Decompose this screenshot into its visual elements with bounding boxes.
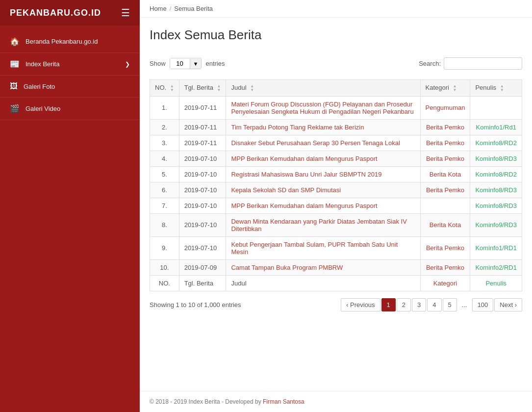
table-row: 6.2019-07-10Kepala Sekolah SD dan SMP Di…	[150, 182, 522, 198]
footer-col-no: NO.	[150, 275, 179, 291]
pagination-page-5[interactable]: 5	[443, 298, 457, 311]
cell-date-2: 2019-07-11	[179, 135, 226, 151]
page-content: Index Semua Berita Show 10 ▼ entries Sea…	[140, 18, 532, 391]
cell-no-0: 1.	[150, 96, 179, 119]
cell-author-8: Kominfo1/RD1	[470, 236, 522, 259]
entries-dropdown-btn[interactable]: ▼	[190, 59, 202, 69]
cell-date-7: 2019-07-10	[179, 213, 226, 236]
pagination-page-1[interactable]: 1	[381, 298, 396, 311]
pagination-ellipsis: ...	[458, 299, 471, 311]
cell-no-4: 5.	[150, 166, 179, 182]
sidebar-item-label-index-berita: Index Berita	[25, 60, 59, 68]
col-category[interactable]: Kategori ▲▼	[420, 80, 470, 97]
cell-no-1: 2.	[150, 119, 179, 135]
table-header-row: NO. ▲▼ Tgl. Berita ▲▼ Judul ▲▼ Kategori …	[150, 80, 522, 97]
sidebar-logo: PEKANBARU.GO.ID	[10, 8, 101, 18]
title-link-6[interactable]: MPP Berikan Kemudahan dalam Mengurus Pas…	[231, 202, 377, 209]
galeri-foto-icon: 🖼	[10, 82, 18, 91]
cell-title-7: Dewan Minta Kendaraan yang Parkir Diatas…	[226, 213, 420, 236]
main-footer: © 2018 - 2019 Index Berita - Developed b…	[140, 391, 532, 412]
table-row: 1.2019-07-11Materi Forum Group Discussio…	[150, 96, 522, 119]
sort-icon-date: ▲▼	[217, 84, 221, 92]
sidebar-item-beranda[interactable]: 🏠Beranda Pekanbaru.go.id	[0, 30, 140, 53]
title-link-0[interactable]: Materi Forum Group Discussion (FGD) Pela…	[231, 101, 413, 115]
cell-category-2: Berita Pemko	[420, 135, 470, 151]
pagination-page-100[interactable]: 100	[472, 298, 494, 311]
showing-text: Showing 1 to 10 of 1,000 entries	[150, 301, 241, 309]
breadcrumb-home[interactable]: Home	[150, 5, 167, 12]
table-footer: Showing 1 to 10 of 1,000 entries ‹ Previ…	[150, 291, 522, 313]
table-row: 3.2019-07-11Disnaker Sebut Perusahaan Se…	[150, 135, 522, 151]
cell-title-4: Registrasi Mahasiswa Baru Unri Jalur SBM…	[226, 166, 420, 182]
title-link-2[interactable]: Disnaker Sebut Perusahaan Serap 30 Perse…	[231, 139, 400, 147]
title-link-3[interactable]: MPP Berikan Kemudahan dalam Mengurus Pas…	[231, 155, 377, 162]
cell-author-7: Kominfo9/RD3	[470, 213, 522, 236]
cell-no-2: 3.	[150, 135, 179, 151]
entries-select[interactable]: 10 ▼	[170, 58, 202, 69]
title-link-7[interactable]: Dewan Minta Kendaraan yang Parkir Diatas…	[231, 218, 406, 232]
col-no[interactable]: NO. ▲▼	[150, 80, 179, 97]
cell-title-6: MPP Berikan Kemudahan dalam Mengurus Pas…	[226, 198, 420, 213]
cell-category-7: Berita Kota	[420, 213, 470, 236]
sidebar-nav: 🏠Beranda Pekanbaru.go.id📰Index Berita❯🖼G…	[0, 30, 140, 120]
cell-category-6	[420, 198, 470, 213]
title-link-5[interactable]: Kepala Sekolah SD dan SMP Dimutasi	[231, 186, 341, 194]
sidebar-item-label-galeri-video: Galeri Video	[25, 105, 60, 112]
cell-author-5: Kominfo8/RD3	[470, 182, 522, 198]
cell-no-5: 6.	[150, 182, 179, 198]
table-row: 10.2019-07-09Camat Tampan Buka Program P…	[150, 259, 522, 275]
sidebar-header: PEKANBARU.GO.ID ☰	[0, 0, 140, 26]
entries-input[interactable]: 10	[170, 58, 190, 69]
cell-author-6: Kominfo8/RD3	[470, 198, 522, 213]
cell-title-5: Kepala Sekolah SD dan SMP Dimutasi	[226, 182, 420, 198]
cell-author-1: Kominfo1/Rd1	[470, 119, 522, 135]
cell-title-0: Materi Forum Group Discussion (FGD) Pela…	[226, 96, 420, 119]
hamburger-icon[interactable]: ☰	[121, 7, 130, 19]
pagination: ‹ Previous12345...100Next ›	[341, 298, 522, 311]
page-title: Index Semua Berita	[150, 27, 522, 43]
col-title[interactable]: Judul ▲▼	[226, 80, 420, 97]
pagination-page-2[interactable]: 2	[397, 298, 411, 311]
cell-title-9: Camat Tampan Buka Program PMBRW	[226, 259, 420, 275]
cell-title-8: Kebut Pengerjaan Tambal Sulam, PUPR Tamb…	[226, 236, 420, 259]
pagination-prev[interactable]: ‹ Previous	[341, 298, 380, 311]
col-date[interactable]: Tgl. Berita ▲▼	[179, 80, 226, 97]
cell-title-1: Tim Terpadu Potong Tiang Reklame tak Ber…	[226, 119, 420, 135]
sidebar-item-index-berita[interactable]: 📰Index Berita❯	[0, 53, 140, 76]
data-table: NO. ▲▼ Tgl. Berita ▲▼ Judul ▲▼ Kategori …	[150, 79, 522, 291]
cell-date-6: 2019-07-10	[179, 198, 226, 213]
table-row: 2.2019-07-11Tim Terpadu Potong Tiang Rek…	[150, 119, 522, 135]
title-link-9[interactable]: Camat Tampan Buka Program PMBRW	[231, 264, 343, 271]
table-row: 7.2019-07-10MPP Berikan Kemudahan dalam …	[150, 198, 522, 213]
sidebar: PEKANBARU.GO.ID ☰ 🏠Beranda Pekanbaru.go.…	[0, 0, 140, 412]
entries-label: entries	[205, 60, 225, 67]
cell-date-5: 2019-07-10	[179, 182, 226, 198]
table-row: 9.2019-07-10Kebut Pengerjaan Tambal Sula…	[150, 236, 522, 259]
cell-date-3: 2019-07-10	[179, 151, 226, 166]
footer-col-title: Judul	[226, 275, 420, 291]
cell-no-8: 9.	[150, 236, 179, 259]
search-box: Search:	[419, 57, 522, 70]
cell-title-3: MPP Berikan Kemudahan dalam Mengurus Pas…	[226, 151, 420, 166]
cell-author-4: Kominfo8/RD2	[470, 166, 522, 182]
sidebar-item-label-galeri-foto: Galeri Foto	[24, 83, 55, 90]
table-controls: Show 10 ▼ entries Search:	[150, 52, 522, 75]
cell-no-6: 7.	[150, 198, 179, 213]
sidebar-item-label-beranda: Beranda Pekanbaru.go.id	[25, 38, 98, 45]
pagination-page-3[interactable]: 3	[412, 298, 426, 311]
cell-category-9: Berita Pemko	[420, 259, 470, 275]
col-author[interactable]: Penulis ▲▼	[470, 80, 522, 97]
title-link-8[interactable]: Kebut Pengerjaan Tambal Sulam, PUPR Tamb…	[231, 241, 398, 256]
title-link-1[interactable]: Tim Terpadu Potong Tiang Reklame tak Ber…	[231, 124, 364, 131]
sidebar-item-galeri-foto[interactable]: 🖼Galeri Foto	[0, 76, 140, 98]
pagination-next[interactable]: Next ›	[494, 298, 522, 311]
galeri-video-icon: 🎬	[10, 104, 20, 113]
sidebar-item-galeri-video[interactable]: 🎬Galeri Video	[0, 98, 140, 120]
search-input[interactable]	[444, 57, 522, 70]
footer-text: © 2018 - 2019 Index Berita - Developed b…	[150, 398, 263, 405]
pagination-page-4[interactable]: 4	[427, 298, 441, 311]
search-label: Search:	[419, 60, 441, 67]
cell-category-0: Pengumuman	[420, 96, 470, 119]
footer-link[interactable]: Firman Santosa	[263, 398, 304, 405]
title-link-4[interactable]: Registrasi Mahasiswa Baru Unri Jalur SBM…	[231, 171, 381, 178]
